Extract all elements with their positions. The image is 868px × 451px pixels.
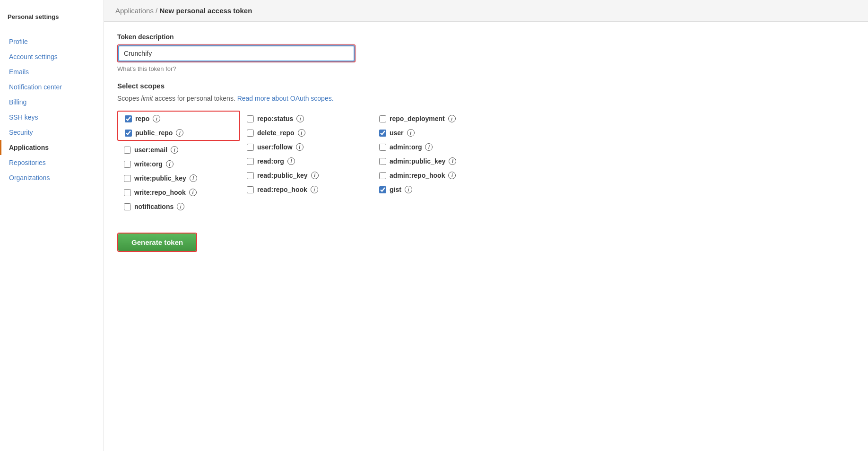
scope-label-user[interactable]: user: [390, 129, 404, 137]
scope-checkbox-read-repo-hook[interactable]: [247, 186, 254, 193]
sidebar-item-account-settings[interactable]: Account settings: [0, 49, 104, 64]
breadcrumb-current: New personal access token: [159, 7, 252, 15]
sidebar-item-ssh-keys[interactable]: SSH keys: [0, 110, 104, 125]
info-icon-admin-org[interactable]: i: [425, 143, 433, 151]
sidebar-item-profile[interactable]: Profile: [0, 34, 104, 49]
token-description-label: Token description: [117, 33, 855, 41]
scope-row-gist: gist i: [373, 182, 514, 197]
scope-label-repo[interactable]: repo: [135, 115, 149, 122]
scope-row-delete-repo: delete_repo i: [240, 126, 373, 140]
info-icon-write-org[interactable]: i: [166, 160, 174, 168]
breadcrumb-parent: Applications: [115, 7, 154, 15]
scope-row-admin-public-key: admin:public_key i: [373, 154, 514, 168]
main-content: Applications / New personal access token…: [104, 0, 868, 451]
scope-label-repo-status[interactable]: repo:status: [257, 115, 293, 122]
scopes-description: Scopes limit access for personal tokens.…: [117, 95, 855, 102]
content-area: Token description What's this token for?…: [104, 22, 868, 263]
scope-label-read-org[interactable]: read:org: [257, 157, 284, 165]
scope-label-user-email[interactable]: user:email: [134, 146, 167, 154]
info-icon-delete-repo[interactable]: i: [298, 129, 305, 137]
sidebar-divider: [0, 30, 104, 30]
scope-label-write-public-key[interactable]: write:public_key: [134, 174, 186, 182]
scope-row-repo-deployment: repo_deployment i: [373, 112, 514, 126]
info-icon-repo-status[interactable]: i: [296, 115, 304, 122]
scope-label-notifications[interactable]: notifications: [134, 203, 174, 210]
info-icon-admin-public-key[interactable]: i: [449, 157, 456, 165]
scope-label-admin-org[interactable]: admin:org: [390, 143, 422, 151]
scope-row-user: user i: [373, 126, 514, 140]
scope-checkbox-repo-deployment[interactable]: [379, 115, 386, 122]
scope-row-user-email: user:email i: [117, 143, 240, 157]
info-icon-read-public-key[interactable]: i: [311, 172, 319, 179]
scope-row-write-org: write:org i: [117, 157, 240, 171]
sidebar-item-billing[interactable]: Billing: [0, 95, 104, 110]
info-icon-admin-repo-hook[interactable]: i: [448, 172, 456, 179]
scope-label-delete-repo[interactable]: delete_repo: [257, 129, 295, 137]
scope-checkbox-repo-status[interactable]: [247, 115, 254, 122]
scopes-description-italic: limit: [141, 95, 153, 102]
info-icon-user-follow[interactable]: i: [296, 143, 304, 151]
info-icon-read-org[interactable]: i: [287, 157, 295, 165]
scope-checkbox-read-org[interactable]: [247, 158, 254, 165]
scope-label-admin-public-key[interactable]: admin:public_key: [390, 157, 445, 165]
scope-checkbox-user[interactable]: [379, 130, 386, 137]
scope-label-user-follow[interactable]: user:follow: [257, 143, 293, 151]
scope-checkbox-admin-public-key[interactable]: [379, 158, 386, 165]
scope-row-read-repo-hook: read:repo_hook i: [240, 182, 373, 197]
sidebar-item-emails[interactable]: Emails: [0, 64, 104, 79]
sidebar-item-organizations[interactable]: Organizations: [0, 170, 104, 185]
info-icon-user-email[interactable]: i: [171, 146, 178, 154]
sidebar-item-security[interactable]: Security: [0, 125, 104, 140]
scope-row-read-public-key: read:public_key i: [240, 168, 373, 182]
breadcrumb-separator: /: [154, 7, 160, 15]
scope-checkbox-admin-org[interactable]: [379, 144, 386, 151]
scope-checkbox-repo[interactable]: [125, 115, 132, 122]
scope-label-read-public-key[interactable]: read:public_key: [257, 172, 308, 179]
scope-row-write-repo-hook: write:repo_hook i: [117, 185, 240, 199]
scope-label-write-repo-hook[interactable]: write:repo_hook: [134, 189, 186, 196]
info-icon-public-repo[interactable]: i: [176, 129, 183, 137]
generate-token-button[interactable]: Generate token: [118, 234, 196, 251]
token-input-wrapper: [117, 44, 356, 62]
sidebar: Personal settings Profile Account settin…: [0, 0, 104, 451]
info-icon-repo[interactable]: i: [153, 115, 160, 122]
scope-checkbox-notifications[interactable]: [124, 203, 131, 210]
scope-checkbox-write-repo-hook[interactable]: [124, 189, 131, 196]
scope-checkbox-write-public-key[interactable]: [124, 175, 131, 182]
sidebar-item-applications[interactable]: Applications: [0, 140, 104, 155]
token-description-input[interactable]: [118, 45, 355, 61]
oauth-scopes-link[interactable]: Read more about OAuth scopes.: [237, 95, 334, 102]
scope-checkbox-gist[interactable]: [379, 186, 386, 193]
sidebar-item-notification-center[interactable]: Notification center: [0, 79, 104, 95]
scope-checkbox-user-follow[interactable]: [247, 144, 254, 151]
scope-row-read-org: read:org i: [240, 154, 373, 168]
scope-checkbox-delete-repo[interactable]: [247, 130, 254, 137]
scope-label-public-repo[interactable]: public_repo: [135, 129, 173, 137]
scope-checkbox-write-org[interactable]: [124, 161, 131, 168]
breadcrumb: Applications / New personal access token: [104, 0, 868, 22]
scope-label-write-org[interactable]: write:org: [134, 160, 163, 168]
scope-row-admin-org: admin:org i: [373, 140, 514, 154]
info-icon-repo-deployment[interactable]: i: [448, 115, 456, 122]
info-icon-user[interactable]: i: [407, 129, 415, 137]
generate-token-button-wrapper: Generate token: [117, 233, 197, 252]
info-icon-write-repo-hook[interactable]: i: [189, 189, 197, 196]
sidebar-item-repositories[interactable]: Repositories: [0, 155, 104, 170]
info-icon-write-public-key[interactable]: i: [190, 174, 197, 182]
scope-row-write-public-key: write:public_key i: [117, 171, 240, 185]
scope-label-admin-repo-hook[interactable]: admin:repo_hook: [390, 172, 445, 179]
scope-checkbox-read-public-key[interactable]: [247, 172, 254, 179]
info-icon-notifications[interactable]: i: [177, 203, 184, 210]
scope-row-repo: repo i: [118, 112, 239, 126]
scope-checkbox-public-repo[interactable]: [125, 130, 132, 137]
info-icon-read-repo-hook[interactable]: i: [311, 186, 318, 193]
sidebar-section-title: Personal settings: [0, 9, 104, 26]
token-hint: What's this token for?: [117, 65, 855, 72]
scope-label-gist[interactable]: gist: [390, 186, 401, 193]
scope-label-read-repo-hook[interactable]: read:repo_hook: [257, 186, 307, 193]
scope-checkbox-user-email[interactable]: [124, 147, 131, 154]
scope-checkbox-admin-repo-hook[interactable]: [379, 172, 386, 179]
scope-row-user-follow: user:follow i: [240, 140, 373, 154]
scope-label-repo-deployment[interactable]: repo_deployment: [390, 115, 445, 122]
info-icon-gist[interactable]: i: [405, 186, 412, 193]
